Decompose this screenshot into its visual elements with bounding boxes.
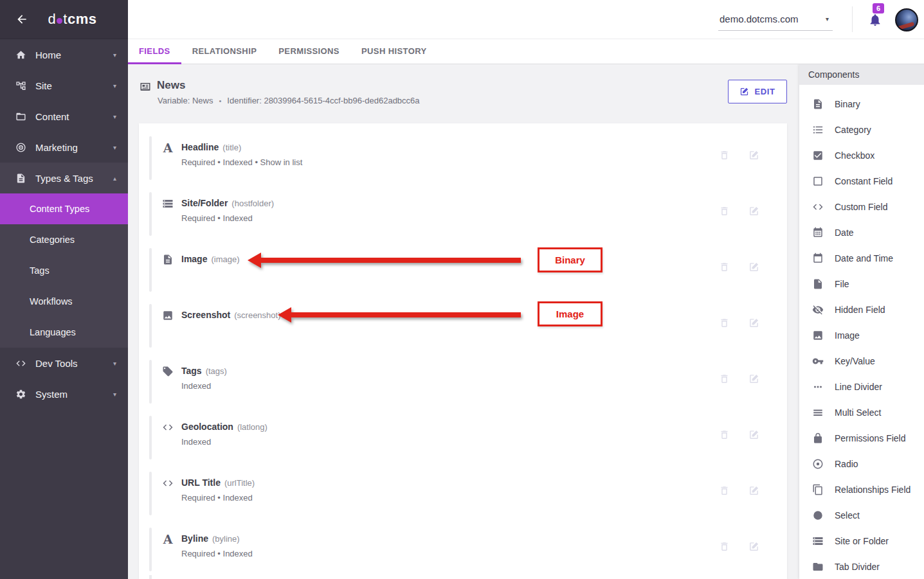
component-item-hidden-field[interactable]: Hidden Field bbox=[799, 297, 924, 323]
sidebar-item-site[interactable]: Site▾ bbox=[0, 70, 128, 101]
field-row-screenshot[interactable]: Screenshot(screenshot) bbox=[139, 300, 787, 356]
edit-icon[interactable] bbox=[748, 317, 759, 328]
component-item-label: Custom Field bbox=[835, 202, 887, 212]
edit-icon[interactable] bbox=[748, 206, 759, 217]
edit-icon[interactable] bbox=[748, 541, 759, 552]
field-row-geolocation[interactable]: Geolocation(latlong)Indexed bbox=[139, 412, 787, 468]
tab-relationship[interactable]: RELATIONSHIP bbox=[181, 39, 268, 64]
chevron-down-icon: ▾ bbox=[826, 15, 829, 22]
edit-icon[interactable] bbox=[748, 485, 759, 496]
logo-dot-icon bbox=[57, 18, 62, 24]
trash-icon[interactable] bbox=[719, 262, 730, 272]
component-item-label: Key/Value bbox=[835, 356, 875, 366]
bell-icon bbox=[868, 13, 882, 27]
component-item-permissions-field[interactable]: Permissions Field bbox=[799, 425, 924, 451]
sidebar-item-content[interactable]: Content▾ bbox=[0, 101, 128, 132]
component-item-label: Line Divider bbox=[835, 382, 882, 392]
drag-handle-bar[interactable] bbox=[149, 472, 152, 515]
trash-icon[interactable] bbox=[719, 150, 730, 161]
component-item-label: Select bbox=[835, 510, 860, 521]
trash-icon[interactable] bbox=[719, 317, 730, 328]
component-item-line-divider[interactable]: Line Divider bbox=[799, 374, 924, 400]
tab-fields[interactable]: FIELDS bbox=[128, 39, 181, 64]
sidebar-item-content-types[interactable]: Content Types bbox=[0, 193, 128, 224]
edit-button[interactable]: EDIT bbox=[728, 80, 787, 103]
drag-handle-bar[interactable] bbox=[149, 528, 152, 571]
component-item-checkbox[interactable]: Checkbox bbox=[799, 143, 924, 168]
field-row-image[interactable]: Image(image) bbox=[139, 244, 787, 300]
fields-card: AHeadline(title)Required • Indexed • Sho… bbox=[139, 123, 787, 579]
component-item-image[interactable]: Image bbox=[799, 323, 924, 348]
component-item-key-value[interactable]: Key/Value bbox=[799, 348, 924, 374]
sidebar-item-home[interactable]: Home▾ bbox=[0, 39, 128, 70]
chevron-down-icon: ▾ bbox=[113, 82, 116, 89]
code-icon bbox=[162, 477, 174, 489]
field-name: Headline(title) bbox=[181, 142, 241, 152]
field-row-tags[interactable]: Tags(tags)Indexed bbox=[139, 356, 787, 412]
drag-handle-bar[interactable] bbox=[149, 416, 152, 459]
component-item-multi-select[interactable]: Multi Select bbox=[799, 400, 924, 425]
topbar-divider bbox=[852, 6, 853, 32]
arrow-left-icon[interactable] bbox=[15, 13, 28, 26]
sidebar-item-label: Content Types bbox=[30, 204, 89, 214]
field-row-url-title[interactable]: URL Title(urlTitle)Required • Indexed bbox=[139, 468, 787, 524]
drag-handle-bar[interactable] bbox=[149, 192, 152, 236]
component-item-custom-field[interactable]: Custom Field bbox=[799, 194, 924, 220]
logo-text-t: t bbox=[63, 11, 68, 27]
component-item-file[interactable]: File bbox=[799, 271, 924, 297]
sidebar-item-workflows[interactable]: Workflows bbox=[0, 286, 128, 317]
edit-button-label: EDIT bbox=[754, 87, 775, 96]
component-item-label: Image bbox=[835, 330, 860, 341]
sidebar-item-system[interactable]: System▾ bbox=[0, 379, 128, 409]
field-row-byline[interactable]: AByline(byline)Required • Indexed bbox=[139, 524, 787, 579]
document-icon bbox=[162, 254, 174, 265]
component-item-date[interactable]: Date bbox=[799, 220, 924, 245]
sidebar-item-label: Workflows bbox=[30, 296, 73, 307]
notifications-button[interactable]: 6 bbox=[868, 13, 883, 28]
component-item-select[interactable]: Select bbox=[799, 503, 924, 528]
sidebar-item-categories[interactable]: Categories bbox=[0, 224, 128, 255]
sidebar-item-tags[interactable]: Tags bbox=[0, 255, 128, 286]
drag-handle-bar[interactable] bbox=[149, 304, 152, 348]
trash-icon[interactable] bbox=[719, 373, 730, 384]
component-item-binary[interactable]: Binary bbox=[799, 91, 924, 117]
trash-icon[interactable] bbox=[719, 429, 730, 440]
component-item-relationships-field[interactable]: Relationships Field bbox=[799, 477, 924, 503]
chevron-down-icon: ▾ bbox=[113, 144, 116, 151]
component-item-date-and-time[interactable]: Date and Time bbox=[799, 245, 924, 271]
site-selector-dropdown[interactable]: demo.dotcms.com ▾ bbox=[718, 8, 833, 31]
sidebar-item-languages[interactable]: Languages bbox=[0, 317, 128, 348]
sidebar-item-types-tags[interactable]: Types & Tags▴ bbox=[0, 163, 128, 193]
tab-push-history[interactable]: PUSH HISTORY bbox=[350, 39, 438, 64]
calendar-outline-icon bbox=[812, 253, 824, 264]
component-item-site-or-folder[interactable]: Site or Folder bbox=[799, 528, 924, 554]
edit-icon[interactable] bbox=[748, 373, 759, 384]
component-item-radio[interactable]: Radio bbox=[799, 451, 924, 477]
user-avatar[interactable] bbox=[895, 8, 918, 31]
sidebar-item-dev-tools[interactable]: Dev Tools▾ bbox=[0, 348, 128, 379]
sidebar-item-label: Types & Tags bbox=[35, 173, 93, 184]
field-meta: Required • Indexed bbox=[181, 493, 253, 503]
field-row-headline[interactable]: AHeadline(title)Required • Indexed • Sho… bbox=[139, 132, 787, 188]
newspaper-icon bbox=[139, 81, 152, 93]
drag-handle-bar[interactable] bbox=[149, 136, 152, 180]
trash-icon[interactable] bbox=[719, 541, 730, 552]
folder-open-icon bbox=[15, 111, 26, 122]
component-item-label: Binary bbox=[835, 99, 860, 109]
edit-icon[interactable] bbox=[748, 150, 759, 161]
logo-text-prefix: d bbox=[48, 11, 57, 27]
tab-bar: FIELDSRELATIONSHIPPERMISSIONSPUSH HISTOR… bbox=[128, 39, 924, 64]
logo-text-suffix: cms bbox=[68, 11, 97, 27]
field-row-site-folder[interactable]: Site/Folder(hostfolder)Required • Indexe… bbox=[139, 188, 787, 244]
component-item-tab-divider[interactable]: Tab Divider bbox=[799, 554, 924, 579]
drag-handle-bar[interactable] bbox=[149, 360, 152, 404]
drag-handle-bar[interactable] bbox=[149, 248, 152, 292]
component-item-category[interactable]: Category bbox=[799, 117, 924, 143]
edit-icon[interactable] bbox=[748, 262, 759, 272]
trash-icon[interactable] bbox=[719, 485, 730, 496]
edit-icon[interactable] bbox=[748, 429, 759, 440]
component-item-constant-field[interactable]: Constant Field bbox=[799, 168, 924, 194]
trash-icon[interactable] bbox=[719, 206, 730, 217]
sidebar-item-marketing[interactable]: Marketing▾ bbox=[0, 132, 128, 163]
tab-permissions[interactable]: PERMISSIONS bbox=[267, 39, 350, 64]
